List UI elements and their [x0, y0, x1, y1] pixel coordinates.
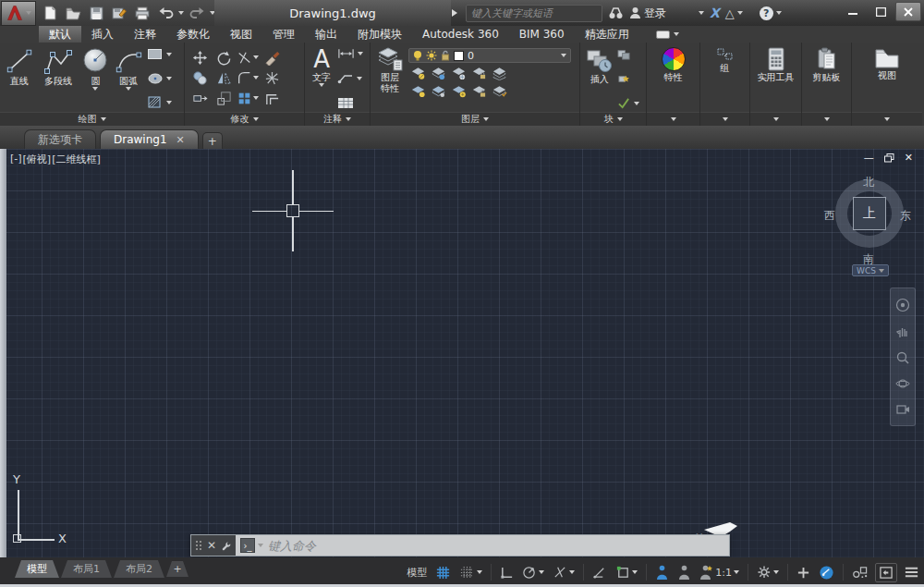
utilities-button[interactable]: 实用工具 — [758, 45, 795, 112]
navigation-wheel-icon[interactable] — [895, 298, 910, 312]
tab-autodesk360[interactable]: Autodesk 360 — [412, 26, 509, 43]
stretch-button[interactable] — [192, 91, 208, 106]
panel-label-view[interactable] — [852, 112, 922, 126]
command-customize-wrench-icon[interactable] — [222, 540, 231, 552]
new-file-button[interactable] — [40, 3, 60, 23]
ortho-toggle[interactable] — [498, 564, 516, 581]
tab-bim360[interactable]: BIM 360 — [509, 26, 575, 43]
workspace-switching-control[interactable] — [755, 563, 781, 581]
line-button[interactable]: 直线 — [3, 45, 35, 112]
erase-button[interactable] — [264, 50, 280, 66]
help-button[interactable]: ? — [760, 6, 782, 20]
fillet-button[interactable] — [237, 71, 259, 85]
sign-in-control[interactable]: 登录 — [629, 6, 704, 21]
panel-label-layers[interactable]: 图层 — [371, 112, 579, 126]
maximize-button[interactable] — [868, 2, 894, 21]
panel-label-clipboard[interactable] — [802, 112, 851, 126]
new-drawing-button[interactable]: + — [202, 132, 223, 149]
viewport-view-control[interactable]: [俯视] — [23, 153, 52, 166]
search-arrow-icon[interactable] — [451, 4, 460, 22]
array-button[interactable] — [237, 92, 259, 105]
polar-caret-icon[interactable] — [539, 570, 544, 574]
drawing-canvas[interactable]: [-] [俯视] [二维线框] — ✕ 北 南 西 东 上 WCS — [0, 149, 924, 557]
panel-label-draw[interactable]: 绘图 — [0, 112, 184, 126]
block-attributes-button[interactable] — [617, 73, 643, 85]
copy-button[interactable] — [192, 70, 208, 86]
block-edit-button[interactable] — [617, 48, 643, 60]
undo-history-caret-icon[interactable] — [178, 11, 184, 15]
leader-button[interactable] — [337, 72, 367, 84]
zoom-icon[interactable] — [895, 350, 910, 365]
layer-state-tool-icon[interactable] — [492, 84, 507, 98]
wcs-dropdown[interactable]: WCS — [852, 264, 889, 276]
object-snap-tracking-toggle[interactable] — [590, 563, 609, 581]
hardware-acceleration-toggle[interactable] — [817, 563, 836, 582]
dimension-button[interactable] — [337, 48, 367, 59]
panel-label-block[interactable]: 块 — [580, 112, 646, 126]
rotate-button[interactable] — [216, 50, 232, 66]
orbit-icon[interactable] — [895, 376, 910, 391]
open-file-button[interactable] — [63, 3, 83, 23]
mirror-button[interactable] — [216, 70, 232, 86]
panel-label-group[interactable] — [700, 112, 749, 126]
arc-flyout-caret-icon[interactable] — [126, 87, 131, 91]
viewcube[interactable]: 北 南 西 东 上 WCS — [822, 172, 911, 281]
file-tab-close-icon[interactable]: ✕ — [176, 134, 185, 146]
tab-view[interactable]: 视图 — [220, 26, 262, 43]
drawing-restore-icon[interactable] — [884, 153, 894, 163]
osnap-caret-icon[interactable] — [632, 570, 638, 574]
layer-off-tool-icon[interactable] — [410, 67, 426, 80]
viewcube-top-face[interactable]: 上 — [853, 197, 886, 230]
move-button[interactable] — [192, 50, 208, 66]
annotation-visibility-toggle[interactable] — [653, 563, 671, 582]
tab-manage[interactable]: 管理 — [262, 26, 305, 43]
viewcube-west[interactable]: 西 — [824, 208, 835, 224]
navigation-bar[interactable] — [890, 287, 916, 426]
show-motion-icon[interactable] — [895, 403, 910, 416]
customization-plus-button[interactable] — [795, 564, 812, 581]
layer-make-current-tool-icon[interactable] — [410, 84, 426, 98]
viewport-visual-style-control[interactable]: [二维线框] — [52, 153, 101, 166]
save-button[interactable] — [86, 3, 106, 23]
isodraft-toggle[interactable] — [551, 563, 577, 581]
explode-button[interactable] — [264, 70, 280, 86]
redo-button[interactable] — [187, 3, 207, 23]
circle-flyout-caret-icon[interactable] — [92, 87, 98, 91]
group-button[interactable]: 组 — [716, 45, 735, 112]
viewcube-north[interactable]: 北 — [863, 175, 874, 190]
trim-button[interactable] — [237, 51, 259, 65]
panel-label-utilities[interactable] — [750, 112, 801, 126]
layer-lock-tool-icon[interactable] — [471, 67, 487, 80]
tab-featured-apps[interactable]: 精选应用 — [575, 26, 639, 43]
minimize-button[interactable] — [840, 2, 866, 21]
file-tab-new[interactable]: 新选项卡 — [24, 129, 96, 149]
file-tab-drawing1[interactable]: Drawing1 ✕ — [100, 129, 199, 149]
properties-button[interactable]: 特性 — [662, 45, 686, 112]
command-close-icon[interactable]: ✕ — [207, 540, 216, 551]
arc-button[interactable]: 圆弧 — [112, 45, 144, 112]
text-button[interactable]: A 文字 — [308, 45, 335, 112]
object-snap-toggle[interactable] — [614, 563, 639, 581]
rectangle-button[interactable] — [147, 48, 181, 61]
search-input[interactable] — [466, 5, 602, 22]
application-menu-button[interactable] — [1, 1, 36, 26]
workspace-caret-icon[interactable] — [773, 570, 779, 574]
recent-commands-caret-icon[interactable] — [258, 544, 263, 547]
exchange-apps-button[interactable]: X — [710, 6, 720, 20]
isodraft-caret-icon[interactable] — [569, 570, 575, 574]
panel-label-modify[interactable]: 修改 — [185, 112, 304, 126]
block-attribute-sync-button[interactable] — [617, 97, 643, 109]
polar-tracking-toggle[interactable] — [520, 563, 546, 581]
layer-isolate-tool-icon[interactable] — [431, 67, 446, 80]
status-bar-menu-button[interactable] — [902, 564, 921, 581]
drawing-minimize-icon[interactable]: — — [864, 153, 874, 163]
drawing-close-icon[interactable]: ✕ — [905, 153, 913, 163]
autoscale-toggle[interactable] — [675, 563, 693, 582]
ribbon-minimize-button[interactable] — [656, 26, 679, 43]
annotation-scale-control[interactable]: 1:1 — [698, 563, 741, 582]
plot-button[interactable] — [132, 3, 152, 23]
command-grip-icon[interactable] — [196, 541, 201, 550]
layer-dropdown[interactable]: 0 — [408, 48, 571, 63]
command-prompt-control[interactable]: ›_ — [236, 535, 268, 556]
layer-properties-button[interactable]: 图层 特性 — [373, 45, 407, 112]
